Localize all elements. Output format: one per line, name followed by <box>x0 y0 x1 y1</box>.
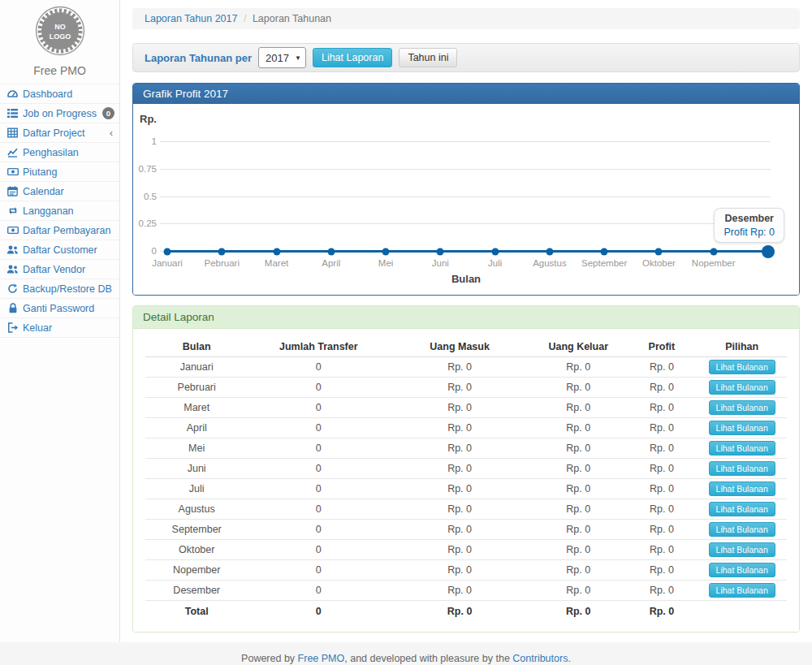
cell-jumlah-transfer: 0 <box>248 398 389 418</box>
breadcrumb-current: Laporan Tahunan <box>253 13 331 24</box>
data-point-januari[interactable] <box>164 248 171 255</box>
cell-bulan: Maret <box>145 398 248 418</box>
gridline <box>160 196 771 197</box>
sidebar-menu: DashboardJob on Progress0Daftar Project‹… <box>0 84 119 338</box>
data-point-juli[interactable] <box>491 248 499 255</box>
breadcrumb-separator: / <box>244 13 246 24</box>
sidebar-item-label: Dashboard <box>23 89 114 100</box>
cell-pilihan: Lihat Bulanan <box>697 499 787 520</box>
data-point-april[interactable] <box>327 248 335 255</box>
sidebar-item-label: Job on Progress <box>23 108 98 119</box>
cell-pilihan: Lihat Bulanan <box>697 378 787 398</box>
table-row-oktober: Oktober0Rp. 0Rp. 0Rp. 0Lihat Bulanan <box>145 540 787 560</box>
footer-link-contributors[interactable]: Contributors <box>512 653 568 664</box>
cell-profit: Rp. 0 <box>626 499 697 520</box>
year-select[interactable]: 2017 <box>258 47 306 68</box>
cell-profit: Rp. 0 <box>626 520 697 540</box>
view-monthly-button-januari[interactable]: Lihat Bulanan <box>709 360 775 374</box>
sidebar-item-dashboard[interactable]: Dashboard <box>0 84 119 104</box>
data-point-mei[interactable] <box>382 248 390 255</box>
data-point-oktober[interactable] <box>655 248 663 255</box>
sidebar-item-backup-restore-db[interactable]: Backup/Restore DB <box>0 279 119 299</box>
sidebar-item-daftar-project[interactable]: Daftar Project‹ <box>0 123 119 143</box>
cell-total-jumlah-transfer: 0 <box>248 601 389 620</box>
view-monthly-button-pebruari[interactable]: Lihat Bulanan <box>709 380 775 395</box>
view-monthly-button-juli[interactable]: Lihat Bulanan <box>709 481 775 496</box>
data-point-nopember[interactable] <box>710 248 717 255</box>
cell-jumlah-transfer: 0 <box>248 499 389 520</box>
sidebar-item-calendar[interactable]: Calendar <box>0 182 119 201</box>
brand-name: Free PMO <box>0 64 119 77</box>
breadcrumb-link[interactable]: Laporan Tahun 2017 <box>145 13 237 24</box>
table-row-desember: Desember0Rp. 0Rp. 0Rp. 0Lihat Bulanan <box>145 581 787 601</box>
cell-uang-masuk: Rp. 0 <box>389 418 530 438</box>
data-point-september[interactable] <box>601 248 608 255</box>
sidebar-item-langganan[interactable]: Langganan <box>0 201 119 221</box>
detail-panel-body: BulanJumlah TransferUang MasukUang Kelua… <box>133 329 799 632</box>
money-icon <box>6 225 19 235</box>
cell-total-pilihan <box>697 601 787 620</box>
cell-uang-keluar: Rp. 0 <box>530 540 627 560</box>
sidebar-item-daftar-customer[interactable]: Daftar Customer <box>0 240 119 260</box>
sidebar-item-daftar-pembayaran[interactable]: Daftar Pembayaran <box>0 221 119 240</box>
cell-pilihan: Lihat Bulanan <box>697 479 787 499</box>
x-tick-label: April <box>322 258 340 268</box>
detail-panel-title: Detail Laporan <box>133 306 799 329</box>
sidebar-item-keluar[interactable]: Keluar <box>0 318 119 338</box>
cell-uang-keluar: Rp. 0 <box>530 398 627 418</box>
view-monthly-button-nopember[interactable]: Lihat Bulanan <box>709 563 775 577</box>
table-total-row: Total0Rp. 0Rp. 0Rp. 0 <box>145 601 787 620</box>
data-point-agustus[interactable] <box>546 248 553 255</box>
cell-pilihan: Lihat Bulanan <box>697 520 787 540</box>
sidebar-item-label: Daftar Project <box>23 127 106 139</box>
view-monthly-button-mei[interactable]: Lihat Bulanan <box>709 441 775 456</box>
footer-text-after: . <box>568 653 570 664</box>
cell-jumlah-transfer: 0 <box>248 357 389 378</box>
view-monthly-button-september[interactable]: Lihat Bulanan <box>709 522 775 537</box>
svg-text:NO: NO <box>54 23 66 31</box>
lock-icon <box>6 303 19 313</box>
sidebar-item-label: Daftar Pembayaran <box>23 225 114 236</box>
data-point-desember[interactable] <box>762 245 775 258</box>
cell-bulan: Nopember <box>145 560 248 581</box>
year-select-wrap: 2017 ▼ <box>258 47 306 68</box>
data-point-maret[interactable] <box>273 248 280 255</box>
profit-chart-panel: Grafik Profit 2017 Rp. 10.750.50.250Janu… <box>132 83 800 296</box>
cell-uang-keluar: Rp. 0 <box>530 418 627 438</box>
cell-profit: Rp. 0 <box>626 438 697 459</box>
cell-profit: Rp. 0 <box>626 378 697 398</box>
cell-uang-keluar: Rp. 0 <box>530 357 627 378</box>
cell-pilihan: Lihat Bulanan <box>697 398 787 418</box>
view-monthly-button-agustus[interactable]: Lihat Bulanan <box>709 502 775 516</box>
sidebar-item-daftar-vendor[interactable]: Daftar Vendor <box>0 260 119 279</box>
x-tick-label: Juli <box>488 258 502 268</box>
table-row-juli: Juli0Rp. 0Rp. 0Rp. 0Lihat Bulanan <box>145 479 787 499</box>
view-monthly-button-oktober[interactable]: Lihat Bulanan <box>709 542 775 557</box>
sidebar-item-ganti-password[interactable]: Ganti Password <box>0 299 119 318</box>
chart-tooltip: Desember Profit Rp: 0 <box>714 208 784 243</box>
sidebar-item-label: Keluar <box>23 322 114 334</box>
column-header-uang-keluar: Uang Keluar <box>530 337 627 357</box>
data-point-juni[interactable] <box>437 248 444 255</box>
cell-bulan: Pebruari <box>145 378 248 398</box>
sidebar: NO LOGO Free PMO DashboardJob on Progres… <box>0 0 120 642</box>
sidebar-item-piutang[interactable]: Piutang <box>0 162 119 182</box>
cell-total-label: Total <box>145 601 248 620</box>
cell-jumlah-transfer: 0 <box>248 459 389 479</box>
sidebar-item-job-on-progress[interactable]: Job on Progress0 <box>0 104 119 123</box>
view-monthly-button-juni[interactable]: Lihat Bulanan <box>709 461 775 476</box>
this-year-button[interactable]: Tahun ini <box>399 48 457 67</box>
view-monthly-button-april[interactable]: Lihat Bulanan <box>709 421 775 435</box>
sidebar-item-penghasilan[interactable]: Penghasilan <box>0 143 119 162</box>
column-header-jumlah-transfer: Jumlah Transfer <box>248 337 389 357</box>
task-list-icon <box>6 108 19 119</box>
view-monthly-button-desember[interactable]: Lihat Bulanan <box>709 583 775 598</box>
view-monthly-button-maret[interactable]: Lihat Bulanan <box>709 400 775 415</box>
y-tick-label: 0.25 <box>137 218 157 228</box>
view-report-button[interactable]: Lihat Laporan <box>313 48 392 67</box>
chart-panel-title: Grafik Profit 2017 <box>133 84 799 104</box>
cell-bulan: Oktober <box>145 540 248 560</box>
data-point-pebruari[interactable] <box>218 248 226 255</box>
footer-link-freepmo[interactable]: Free PMO <box>298 653 345 664</box>
chart-line-icon <box>6 147 19 158</box>
